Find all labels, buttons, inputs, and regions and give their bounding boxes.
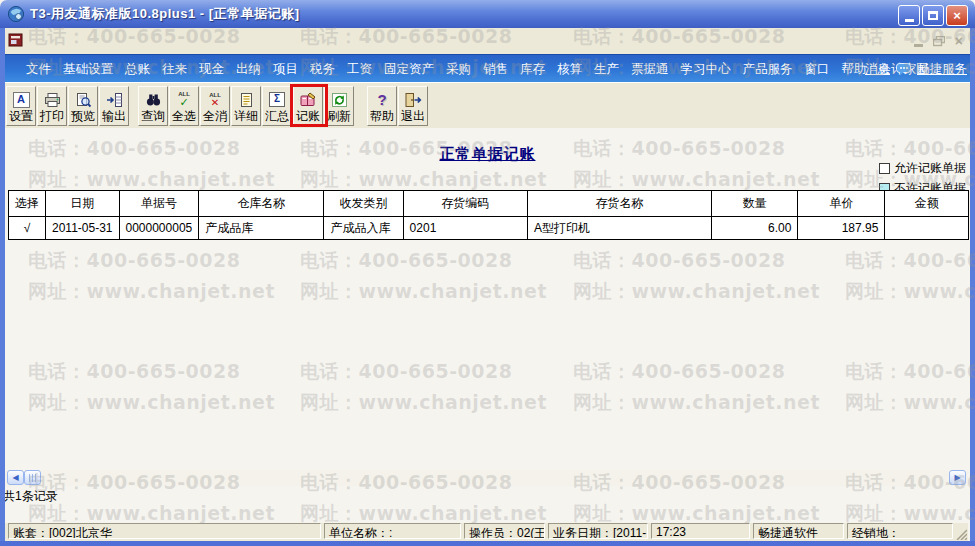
status-segment-2: 操作员：02(王会计 bbox=[464, 523, 545, 539]
column-header-日期: 日期 bbox=[46, 191, 120, 217]
mdi-minimize-icon[interactable] bbox=[914, 44, 923, 47]
cell-金额 bbox=[885, 217, 969, 240]
close-button[interactable]: × bbox=[946, 5, 968, 26]
window-border-right bbox=[970, 28, 975, 546]
filter-allow-posted[interactable]: 允许记账单据 bbox=[879, 160, 966, 177]
post-button-highlight-annotation bbox=[290, 84, 328, 127]
menu-item-总账[interactable]: 总账 bbox=[120, 61, 155, 78]
app-logo-icon bbox=[7, 5, 25, 23]
menu-item-窗口[interactable]: 窗口 bbox=[800, 61, 835, 78]
status-segment-1: 单位名称：: bbox=[324, 523, 461, 539]
page-title: 正常单据记账 bbox=[5, 145, 970, 164]
menu-item-销售[interactable]: 销售 bbox=[478, 61, 513, 78]
detail-button[interactable]: 详细 bbox=[231, 86, 261, 126]
menu-item-库存[interactable]: 库存 bbox=[515, 61, 550, 78]
column-header-金额: 金额 bbox=[885, 191, 969, 217]
menu-item-项目[interactable]: 项目 bbox=[268, 61, 303, 78]
status-segment-0: 账套：[002]北京华 bbox=[8, 523, 321, 539]
column-header-收发类别: 收发类别 bbox=[324, 191, 403, 217]
cell-日期: 2011-05-31 bbox=[46, 217, 120, 240]
window-border-left bbox=[0, 28, 5, 546]
menu-item-税务[interactable]: 税务 bbox=[305, 61, 340, 78]
content-area: 正常单据记账 允许记账单据 不许记账单据 选择日期单据号仓库名称收发类别存货编码… bbox=[5, 128, 970, 523]
menu-item-固定资产[interactable]: 固定资产 bbox=[379, 61, 439, 78]
help-button[interactable]: ? 帮助 bbox=[367, 86, 397, 126]
export-icon bbox=[106, 90, 123, 109]
refresh-button[interactable]: 刷新 bbox=[324, 86, 354, 126]
status-segment-4: 17:23 bbox=[651, 523, 750, 539]
horizontal-scrollbar[interactable]: ◀ ▶ bbox=[5, 470, 968, 486]
cell-存货编码: 0201 bbox=[403, 217, 527, 240]
resize-grip[interactable] bbox=[954, 527, 967, 540]
cell-选择[interactable]: √ bbox=[9, 217, 46, 240]
menu-item-现金[interactable]: 现金 bbox=[194, 61, 229, 78]
print-icon bbox=[44, 90, 61, 109]
column-header-存货编码: 存货编码 bbox=[403, 191, 527, 217]
menu-item-出纳[interactable]: 出纳 bbox=[231, 61, 266, 78]
chat-bubble-icon[interactable] bbox=[896, 63, 911, 76]
print-button[interactable]: 打印 bbox=[37, 86, 67, 126]
menu-item-产品服务[interactable]: 产品服务 bbox=[738, 61, 798, 78]
status-segment-5: 畅捷通软件 bbox=[753, 523, 844, 539]
table-row: √2011-05-310000000005产成品库产成品入库0201A型打印机6… bbox=[9, 217, 969, 240]
detail-icon bbox=[238, 90, 255, 109]
deselect-all-icon: ALL✕ bbox=[209, 90, 221, 109]
documents-table: 选择日期单据号仓库名称收发类别存货编码存货名称数量单价金额√2011-05-31… bbox=[8, 190, 969, 240]
search-button[interactable]: 查询 bbox=[138, 86, 168, 126]
mdi-close-icon[interactable]: × bbox=[955, 34, 963, 48]
select-all-button[interactable]: ALL✓ 全选 bbox=[169, 86, 199, 126]
refresh-icon bbox=[331, 90, 348, 109]
scroll-right-button[interactable]: ▶ bbox=[949, 470, 966, 485]
help-icon: ? bbox=[377, 90, 386, 109]
column-header-选择: 选择 bbox=[9, 191, 46, 217]
search-icon bbox=[145, 90, 162, 109]
cell-收发类别: 产成品入库 bbox=[324, 217, 403, 240]
maximize-button[interactable] bbox=[922, 5, 944, 26]
menu-item-基础设置[interactable]: 基础设置 bbox=[58, 61, 118, 78]
exit-icon bbox=[404, 90, 422, 109]
preview-icon bbox=[75, 90, 92, 109]
mdi-restore-icon[interactable] bbox=[933, 36, 945, 47]
column-header-仓库名称: 仓库名称 bbox=[199, 191, 324, 217]
menu-item-学习中心[interactable]: 学习中心 bbox=[676, 61, 736, 78]
menu-item-票据通[interactable]: 票据通 bbox=[626, 61, 674, 78]
exit-button[interactable]: 退出 bbox=[398, 86, 428, 126]
status-bar: 账套：[002]北京华单位名称：:操作员：02(王会计业务日期：[2011-17… bbox=[5, 523, 968, 541]
deselect-all-button[interactable]: ALL✕ 全消 bbox=[200, 86, 230, 126]
toolbar: A 设置 打印 预览 bbox=[0, 82, 975, 130]
preview-button[interactable]: 预览 bbox=[68, 86, 98, 126]
column-header-单据号: 单据号 bbox=[119, 191, 199, 217]
menu-item-采购[interactable]: 采购 bbox=[441, 61, 476, 78]
menu-item-service[interactable]: 畅捷服务 bbox=[917, 61, 967, 78]
summary-button[interactable]: Σ 汇总 bbox=[262, 86, 292, 126]
menu-item-核算[interactable]: 核算 bbox=[552, 61, 587, 78]
summary-icon: Σ bbox=[269, 90, 285, 109]
scroll-left-button[interactable]: ◀ bbox=[7, 470, 24, 485]
select-all-icon: ALL✓ bbox=[178, 90, 190, 109]
menu-item-文件[interactable]: 文件 bbox=[21, 61, 56, 78]
scrollbar-thumb[interactable] bbox=[24, 470, 41, 485]
title-bar: T3-用友通标准版10.8plus1 - [正常单据记账] × bbox=[0, 0, 975, 28]
cell-仓库名称: 产成品库 bbox=[199, 217, 324, 240]
status-segment-6: 经销地： bbox=[847, 523, 953, 539]
allow-posting-checkbox[interactable] bbox=[879, 163, 890, 174]
menu-item-工资[interactable]: 工资 bbox=[342, 61, 377, 78]
menu-item-生产[interactable]: 生产 bbox=[589, 61, 624, 78]
window-title: T3-用友通标准版10.8plus1 - [正常单据记账] bbox=[30, 5, 299, 23]
window-border-bottom bbox=[0, 541, 975, 546]
minimize-button[interactable] bbox=[898, 5, 920, 26]
documents-table-wrap: 选择日期单据号仓库名称收发类别存货编码存货名称数量单价金额√2011-05-31… bbox=[8, 190, 969, 243]
column-header-数量: 数量 bbox=[712, 191, 798, 217]
cell-存货名称: A型打印机 bbox=[527, 217, 711, 240]
export-button[interactable]: 输出 bbox=[99, 86, 129, 126]
menu-item-messages[interactable]: 消息 bbox=[865, 61, 890, 78]
menu-item-往来[interactable]: 往来 bbox=[157, 61, 192, 78]
mdi-window-controls: × bbox=[914, 34, 963, 48]
record-count: 共1条记录 bbox=[3, 488, 58, 505]
column-header-存货名称: 存货名称 bbox=[527, 191, 711, 217]
column-header-单价: 单价 bbox=[798, 191, 885, 217]
cell-数量: 6.00 bbox=[712, 217, 798, 240]
form-icon bbox=[8, 32, 24, 48]
menu-items: 文件基础设置总账往来现金出纳项目税务工资固定资产采购销售库存核算生产票据通学习中… bbox=[0, 61, 935, 78]
settings-button[interactable]: A 设置 bbox=[6, 86, 36, 126]
